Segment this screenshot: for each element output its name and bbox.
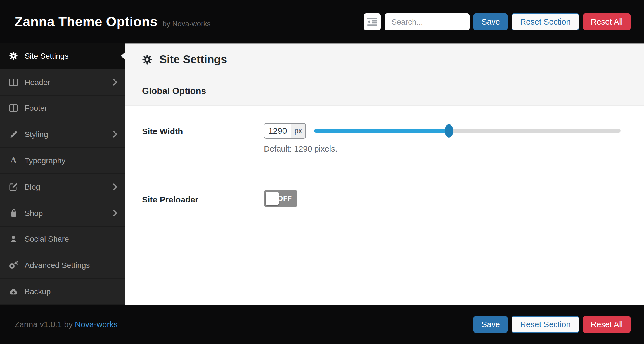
cloud-download-icon — [8, 288, 18, 295]
reset-section-button-footer[interactable]: Reset Section — [512, 316, 579, 333]
site-width-input-group: px — [264, 123, 306, 138]
theme-options-window: Zanna Theme Options by Nova-works Save R… — [0, 0, 644, 344]
site-preloader-row: Site Preloader OFF — [125, 171, 644, 207]
reset-all-button[interactable]: Reset All — [583, 13, 631, 30]
sidebar-item-label: Header — [25, 77, 113, 86]
footer-credit-text: Zanna v1.0.1 by — [15, 320, 75, 329]
sidebar-item-label: Backup — [25, 287, 117, 296]
sidebar-item-backup[interactable]: Backup — [0, 279, 125, 305]
save-button-footer[interactable]: Save — [474, 316, 508, 333]
edit-icon — [8, 182, 18, 191]
site-width-label: Site Width — [142, 123, 264, 170]
toggle-state-label: OFF — [278, 194, 292, 202]
chevron-right-icon — [113, 209, 117, 216]
chevron-right-icon — [113, 79, 117, 85]
gear-icon — [142, 55, 153, 65]
site-preloader-field: OFF — [264, 190, 621, 207]
app-title: Zanna Theme Options — [15, 14, 158, 29]
columns-icon — [8, 104, 18, 113]
topbar: Zanna Theme Options by Nova-works Save R… — [0, 0, 644, 43]
site-width-slider[interactable] — [314, 123, 621, 138]
shopping-bag-icon — [8, 208, 18, 217]
sidebar-item-typography[interactable]: A Typography — [0, 148, 125, 174]
reset-all-button-footer[interactable]: Reset All — [583, 316, 631, 333]
topbar-controls: Save Reset Section Reset All — [364, 13, 631, 30]
sidebar-item-label: Footer — [25, 104, 117, 113]
sidebar-item-label: Blog — [25, 182, 113, 191]
vendor-link[interactable]: Nova-works — [75, 320, 118, 329]
site-preloader-toggle[interactable]: OFF — [264, 190, 297, 207]
reset-section-button[interactable]: Reset Section — [512, 13, 579, 30]
page-title: Site Settings — [159, 53, 227, 66]
chevron-right-icon — [113, 131, 117, 138]
gear-icon — [8, 51, 18, 60]
site-width-row: Site Width px Default: 1290 pixels. — [125, 105, 644, 171]
typography-icon: A — [8, 156, 18, 165]
outdent-icon — [368, 18, 378, 25]
app-byline: by Nova-works — [163, 19, 211, 28]
sidebar-item-shop[interactable]: Shop — [0, 200, 125, 227]
site-width-description: Default: 1290 pixels. — [264, 144, 621, 153]
site-width-field: px Default: 1290 pixels. — [264, 123, 621, 170]
sidebar-item-site-settings[interactable]: Site Settings — [0, 43, 125, 69]
sidebar-item-social-share[interactable]: Social Share — [0, 226, 125, 253]
save-button[interactable]: Save — [474, 13, 508, 30]
pencil-icon — [8, 130, 18, 139]
sidebar-item-label: Social Share — [25, 235, 117, 244]
section-title: Global Options — [142, 86, 206, 96]
site-width-controls: px — [264, 123, 621, 138]
section-header: Global Options — [125, 77, 644, 105]
sidebar-item-advanced-settings[interactable]: Advanced Settings — [0, 253, 125, 279]
sidebar-item-styling[interactable]: Styling — [0, 122, 125, 148]
page-header: Site Settings — [125, 43, 644, 77]
search-input[interactable] — [385, 13, 470, 30]
footer-bar: Zanna v1.0.1 by Nova-works Save Reset Se… — [0, 305, 644, 344]
footer-controls: Save Reset Section Reset All — [474, 316, 631, 333]
sidebar-item-label: Shop — [25, 208, 113, 217]
site-width-input[interactable] — [264, 123, 291, 138]
slider-handle[interactable] — [445, 124, 453, 137]
site-preloader-label: Site Preloader — [142, 190, 264, 207]
sidebar: Site Settings Header Footer — [0, 43, 125, 305]
collapse-menu-button[interactable] — [364, 13, 381, 30]
brand: Zanna Theme Options by Nova-works — [15, 14, 211, 29]
gears-icon — [8, 261, 18, 270]
sidebar-item-footer[interactable]: Footer — [0, 95, 125, 122]
chevron-right-icon — [113, 183, 117, 190]
footer-credit: Zanna v1.0.1 by Nova-works — [15, 320, 118, 329]
sidebar-item-label: Styling — [25, 130, 113, 139]
sidebar-item-header[interactable]: Header — [0, 69, 125, 96]
sidebar-item-label: Advanced Settings — [25, 261, 117, 270]
sidebar-item-blog[interactable]: Blog — [0, 174, 125, 200]
sidebar-item-label: Site Settings — [25, 51, 117, 60]
toggle-knob — [266, 192, 279, 205]
main-content: Site Settings Global Options Site Width … — [125, 43, 644, 305]
site-width-slider-fill — [314, 129, 449, 132]
columns-icon — [8, 77, 18, 86]
site-width-unit: px — [291, 123, 305, 138]
user-icon — [8, 235, 18, 243]
sidebar-item-label: Typography — [25, 156, 117, 165]
